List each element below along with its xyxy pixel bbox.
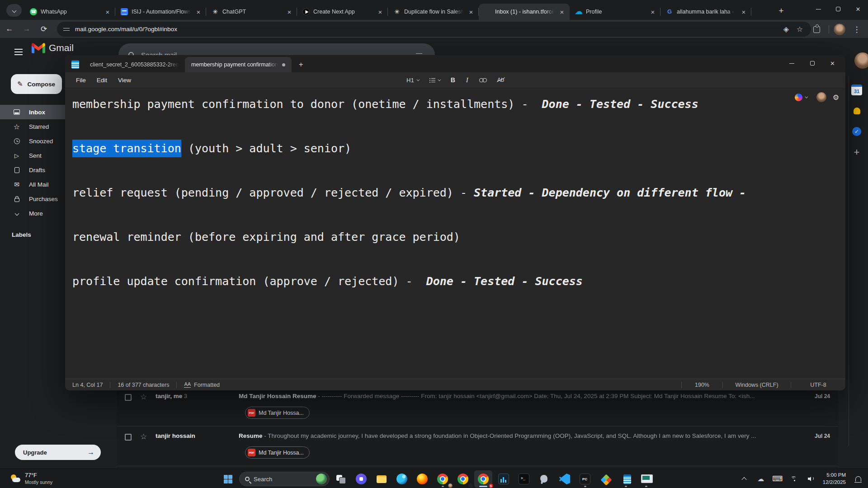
browser-menu-button[interactable]: ⋮ xyxy=(849,22,864,37)
weather-widget[interactable]: 77°F Mostly sunny xyxy=(6,471,56,487)
attachment-chip[interactable]: PDFMd Tanjir Hossa... xyxy=(245,407,310,419)
star-icon[interactable]: ☆ xyxy=(140,392,147,402)
tab-search-button[interactable] xyxy=(6,4,22,17)
get-addons-button[interactable]: + xyxy=(850,145,863,159)
tab-close-icon[interactable]: × xyxy=(558,8,566,16)
taskbar-app-chrome-dark[interactable] xyxy=(454,470,472,488)
view-mode-label: Formatted xyxy=(194,382,220,388)
star-icon[interactable]: ☆ xyxy=(140,432,147,441)
browser-close-button[interactable]: ✕ xyxy=(848,0,868,18)
upgrade-button[interactable]: Upgrade → xyxy=(15,445,101,460)
browser-tab-chatgpt[interactable]: ChatGPT× xyxy=(206,4,297,20)
taskbar-app-chat[interactable] xyxy=(352,470,370,488)
gmail-account-avatar[interactable] xyxy=(854,52,868,69)
tasks-panel-button[interactable]: ✓ xyxy=(850,125,863,138)
start-button[interactable] xyxy=(219,470,237,488)
notepad-tab-membership-payment-confirmatio[interactable]: membership payment confirmation xyxy=(185,57,292,72)
list-style-button[interactable] xyxy=(426,76,443,84)
insert-link-button[interactable] xyxy=(476,76,490,84)
checkbox[interactable] xyxy=(125,394,132,401)
taskbar-app-chrome-avatar[interactable] xyxy=(434,470,452,488)
encoding[interactable]: UTF-8 xyxy=(791,382,845,388)
notepad-close-button[interactable]: ✕ xyxy=(822,55,843,71)
taskbar-app-task-view[interactable] xyxy=(332,470,350,488)
browser-profile-avatar[interactable] xyxy=(834,23,845,35)
tab-close-icon[interactable]: × xyxy=(104,8,112,16)
view-mode-toggle[interactable]: AA Formatted xyxy=(177,382,227,388)
email-row[interactable]: ☆tanjir hossain Resume - Throughout my a… xyxy=(117,427,838,466)
browser-tab-duplicate-flow-in-salesforc[interactable]: Duplicate flow in Salesforc× xyxy=(388,4,479,20)
touch-keyboard-button[interactable]: ⌨ xyxy=(771,471,784,487)
line-ending[interactable]: Windows (CRLF) xyxy=(723,382,791,388)
back-button[interactable]: ← xyxy=(2,21,17,37)
tab-close-icon[interactable]: × xyxy=(467,8,475,16)
compose-button[interactable]: ✎ Compose xyxy=(11,74,62,94)
clear-formatting-button[interactable]: Ab xyxy=(494,75,507,85)
taskbar-app-chrome-s[interactable]: S xyxy=(474,470,492,488)
notepad-new-tab-button[interactable]: + xyxy=(294,58,308,71)
tray-overflow-button[interactable] xyxy=(737,471,751,487)
menu-view[interactable]: View xyxy=(113,75,137,86)
taskbar-app-notepad[interactable] xyxy=(617,470,635,488)
reading-mode-icon[interactable]: ◈ xyxy=(779,23,793,36)
browser-tab-isij-automation-flows-s[interactable]: ISIJ - Automation/Flows S× xyxy=(115,4,206,20)
notepad-tab-client-secret-2-60053885332-2r[interactable]: client_secret_2_60053885332-2reqe52rribc xyxy=(84,57,185,72)
zoom-level[interactable]: 190% xyxy=(682,382,722,388)
notepad-titlebar[interactable]: client_secret_2_60053885332-2reqe52rribc… xyxy=(65,55,845,72)
menu-edit[interactable]: Edit xyxy=(91,75,113,86)
forward-button[interactable]: → xyxy=(19,21,34,37)
calendar-panel-button[interactable]: 31 xyxy=(850,83,863,97)
onedrive-button[interactable]: ☁ xyxy=(754,471,768,487)
attachment-chip[interactable]: PDFMd Tanjir Hossa... xyxy=(245,446,310,459)
taskbar-app-task-manager[interactable] xyxy=(495,470,513,488)
bookmark-star-icon[interactable]: ☆ xyxy=(793,23,807,36)
tab-close-icon[interactable]: × xyxy=(649,8,657,16)
cursor-position: Ln 4, Col 17 xyxy=(65,382,110,388)
unsaved-dot-icon xyxy=(282,63,285,66)
notifications-button[interactable] xyxy=(851,471,864,487)
browser-tab-profile[interactable]: Profile× xyxy=(570,4,660,20)
bullet-list-icon xyxy=(429,78,435,82)
notepad-minimize-button[interactable] xyxy=(782,55,802,71)
taskbar-app-vscode[interactable] xyxy=(556,470,574,488)
italic-button[interactable]: I xyxy=(463,75,472,86)
new-tab-button[interactable]: + xyxy=(774,4,788,18)
email-sender: tanjir hossain xyxy=(156,432,241,439)
taskbar-app-pycharm[interactable] xyxy=(576,470,594,488)
keep-panel-button[interactable] xyxy=(850,104,863,117)
site-info-icon[interactable] xyxy=(63,27,70,32)
browser-minimize-button[interactable] xyxy=(808,0,828,18)
tab-close-icon[interactable]: × xyxy=(740,8,748,16)
email-row[interactable]: ☆tanjir, me 3Md Tanjir Hossain Resume - … xyxy=(117,387,838,427)
gmail-side-panel: 31 ✓ + xyxy=(850,76,866,166)
bold-button[interactable]: B xyxy=(448,75,458,85)
browser-tab-allahumma-barik-laha-go[interactable]: allahumma barik laha - Go× xyxy=(660,4,751,20)
taskbar-app-taskpro[interactable] xyxy=(637,470,655,488)
taskbar-app-explorer[interactable] xyxy=(373,470,391,488)
tab-close-icon[interactable]: × xyxy=(285,8,293,16)
clock[interactable]: 5:00 PM 12/2/2025 xyxy=(821,472,848,486)
address-bar[interactable]: mail.google.com/mail/u/0/?ogbl#inbox ◈ ☆ xyxy=(57,22,811,37)
browser-tab-inbox-1-ishann-tforce[interactable]: Inbox (1) - ishann.tforce@× xyxy=(479,4,570,20)
heading-style-button[interactable]: H1 xyxy=(403,75,422,85)
notepad-editor[interactable]: membership payment confirmation to donor… xyxy=(65,88,845,379)
taskbar-search[interactable]: Search xyxy=(239,472,330,486)
extensions-button[interactable] xyxy=(809,22,824,37)
taskbar-app-diamond[interactable] xyxy=(596,470,614,488)
taskbar-app-firefox[interactable] xyxy=(413,470,431,488)
network-button[interactable] xyxy=(788,471,801,487)
browser-maximize-button[interactable] xyxy=(828,0,848,18)
browser-tab-create-next-app[interactable]: Create Next App× xyxy=(297,4,388,20)
taskbar-app-edge[interactable] xyxy=(393,470,411,488)
browser-tab-whatsapp[interactable]: WhatsApp× xyxy=(24,4,115,20)
volume-button[interactable] xyxy=(804,471,818,487)
notepad-maximize-button[interactable] xyxy=(802,55,822,71)
tab-close-icon[interactable]: × xyxy=(194,8,203,16)
checkbox[interactable] xyxy=(125,434,132,441)
reload-button[interactable]: ⟳ xyxy=(36,21,52,37)
tab-close-icon[interactable]: × xyxy=(376,8,384,16)
taskbar-app-postgresql[interactable] xyxy=(535,470,553,488)
menu-file[interactable]: File xyxy=(71,75,91,86)
hamburger-menu-icon[interactable] xyxy=(14,49,23,50)
taskbar-app-terminal[interactable] xyxy=(515,470,533,488)
